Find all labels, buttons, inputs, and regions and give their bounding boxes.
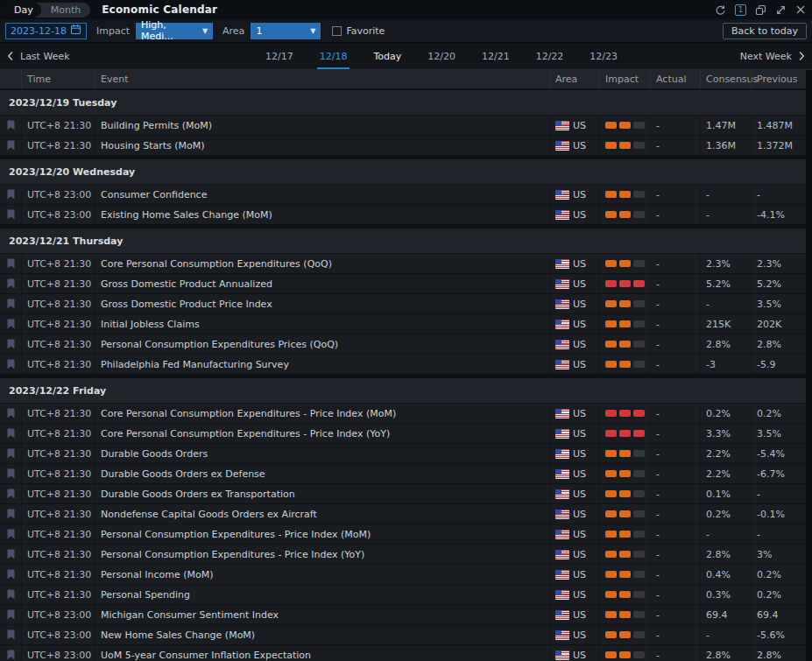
tab-month[interactable]: Month	[41, 3, 90, 18]
bookmark-icon[interactable]	[7, 468, 15, 479]
event-row[interactable]: UTC+8 21:30Core Personal Consumption Exp…	[0, 253, 806, 273]
bookmark-cell	[0, 504, 21, 524]
event-time: UTC+8 23:00	[21, 605, 95, 624]
actual-value: -	[650, 424, 700, 443]
bookmark-icon[interactable]	[7, 408, 15, 418]
actual-value: -	[650, 205, 700, 224]
bookmark-icon[interactable]	[7, 258, 15, 269]
expand-icon[interactable]	[775, 4, 787, 16]
area-label: US	[573, 428, 586, 439]
back-to-today-button[interactable]: Back to today	[723, 23, 807, 39]
chevron-right-icon	[798, 51, 805, 61]
impact-segment	[619, 430, 631, 437]
week-day-12-22[interactable]: 12/22	[523, 43, 577, 69]
event-row[interactable]: UTC+8 23:00UoM 5-year Consumer Inflation…	[0, 644, 806, 661]
bookmark-icon[interactable]	[7, 569, 15, 580]
bookmark-icon[interactable]	[7, 120, 15, 130]
event-row[interactable]: UTC+8 21:30Nondefense Capital Goods Orde…	[0, 503, 806, 524]
event-row[interactable]: UTC+8 21:30Personal Consumption Expendit…	[0, 524, 806, 544]
bookmark-icon[interactable]	[7, 609, 15, 620]
consensus-value: -	[700, 205, 751, 224]
favorite-checkbox[interactable]	[332, 26, 342, 36]
event-row[interactable]: UTC+8 21:30Housing Starts (MoM)US-1.36M1…	[0, 135, 806, 155]
actual-value: -	[650, 484, 700, 503]
table-body: 2023/12/19 TuesdayUTC+8 21:30Building Pe…	[0, 90, 812, 661]
bookmark-icon[interactable]	[7, 428, 15, 439]
close-icon[interactable]	[795, 4, 806, 15]
bookmark-icon[interactable]	[7, 319, 15, 329]
event-row[interactable]: UTC+8 21:30Gross Domestic Product Price …	[0, 293, 806, 313]
impact-segment	[619, 571, 631, 578]
impact-segment	[619, 211, 631, 218]
bookmark-icon[interactable]	[7, 189, 15, 200]
impact-segment	[633, 651, 645, 658]
event-row[interactable]: UTC+8 23:00Consumer ConfidenceUS---	[0, 184, 806, 204]
bookmark-cell	[0, 355, 21, 374]
bookmark-icon[interactable]	[7, 339, 15, 349]
impact-indicator	[599, 136, 650, 155]
bookmark-icon[interactable]	[7, 448, 15, 459]
event-row[interactable]: UTC+8 21:30Core Personal Consumption Exp…	[0, 423, 806, 443]
window-count-badge[interactable]: 1	[735, 4, 746, 16]
bookmark-icon[interactable]	[7, 359, 15, 369]
event-row[interactable]: UTC+8 21:30Philadelphia Fed Manufacturin…	[0, 354, 806, 374]
impact-segment	[619, 651, 631, 658]
bookmark-icon[interactable]	[7, 589, 15, 600]
week-day-12-23[interactable]: 12/23	[576, 43, 631, 69]
refresh-icon[interactable]	[715, 4, 726, 16]
area-label: US	[573, 278, 586, 290]
restore-icon[interactable]	[755, 4, 766, 16]
week-day-12-18[interactable]: 12/18	[307, 43, 361, 69]
week-day-12-17[interactable]: 12/17	[252, 43, 307, 69]
event-row[interactable]: UTC+8 21:30Personal SpendingUS-0.3%0.2%	[0, 584, 806, 604]
event-row[interactable]: UTC+8 23:00New Home Sales Change (MoM)US…	[0, 624, 806, 644]
event-row[interactable]: UTC+8 21:30Building Permits (MoM)US-1.47…	[0, 115, 806, 135]
bookmark-icon[interactable]	[7, 549, 15, 559]
us-flag-icon	[555, 340, 569, 349]
event-row[interactable]: UTC+8 21:30Durable Goods Orders ex Trans…	[0, 483, 806, 503]
event-row[interactable]: UTC+8 21:30Personal Consumption Expendit…	[0, 334, 806, 354]
impact-filter-dropdown[interactable]: High, Medi... ▼	[136, 23, 213, 39]
bookmark-icon[interactable]	[7, 140, 15, 151]
bookmark-icon[interactable]	[7, 278, 15, 289]
actual-value: -	[650, 524, 700, 544]
area-cell: US	[549, 136, 599, 155]
event-row[interactable]: UTC+8 21:30Durable Goods Orders ex Defen…	[0, 463, 806, 483]
week-day-12-20[interactable]: 12/20	[414, 43, 469, 69]
week-day-12-21[interactable]: 12/21	[469, 43, 523, 69]
event-row[interactable]: UTC+8 23:00Michigan Consumer Sentiment I…	[0, 604, 806, 624]
impact-segment	[633, 280, 645, 287]
scrollbar-track[interactable]	[806, 70, 812, 661]
last-week-button[interactable]: Last Week	[7, 51, 70, 62]
us-flag-icon	[555, 550, 569, 559]
day-section: 2023/12/21 ThursdayUTC+8 21:30Core Perso…	[0, 229, 812, 374]
impact-indicator	[599, 205, 650, 224]
event-row[interactable]: UTC+8 21:30Initial Jobless ClaimsUS-215K…	[0, 313, 806, 334]
tab-day[interactable]: Day	[6, 3, 41, 18]
bookmark-icon[interactable]	[7, 509, 15, 519]
bookmark-icon[interactable]	[7, 299, 15, 309]
event-row[interactable]: UTC+8 23:00Existing Home Sales Change (M…	[0, 204, 806, 224]
bookmark-icon[interactable]	[7, 629, 15, 640]
event-row[interactable]: UTC+8 21:30Core Personal Consumption Exp…	[0, 403, 806, 423]
bookmark-icon[interactable]	[7, 209, 15, 220]
impact-segment	[619, 320, 631, 327]
section-date-header: 2023/12/22 Friday	[0, 378, 806, 403]
next-week-button[interactable]: Next Week	[740, 51, 805, 62]
bookmark-icon[interactable]	[7, 650, 15, 660]
event-time: UTC+8 21:30	[21, 464, 95, 483]
area-filter-dropdown[interactable]: 1 ▼	[251, 23, 321, 39]
impact-segment	[633, 571, 645, 578]
impact-indicator	[599, 464, 650, 483]
bookmark-icon[interactable]	[7, 489, 15, 499]
week-day-today[interactable]: Today	[360, 43, 414, 69]
event-name: Durable Goods Orders ex Defense	[95, 464, 549, 483]
event-row[interactable]: UTC+8 21:30Personal Income (MoM)US-0.4%0…	[0, 564, 806, 584]
date-picker-input[interactable]: 2023-12-18	[5, 23, 87, 39]
event-time: UTC+8 21:30	[21, 254, 95, 273]
event-row[interactable]: UTC+8 21:30Durable Goods OrdersUS-2.2%-5…	[0, 443, 806, 463]
event-row[interactable]: UTC+8 21:30Personal Consumption Expendit…	[0, 544, 806, 564]
actual-value: -	[650, 565, 700, 584]
event-row[interactable]: UTC+8 21:30Gross Domestic Product Annual…	[0, 273, 806, 293]
bookmark-icon[interactable]	[7, 529, 15, 539]
